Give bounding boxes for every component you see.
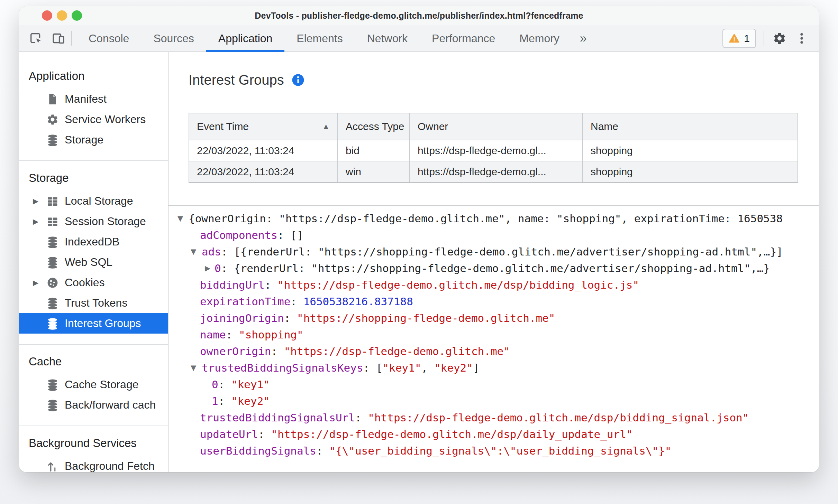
sidebar-item-label: Web SQL	[65, 256, 112, 269]
token-key: joiningOrigin	[200, 312, 284, 324]
sidebar-item-local-storage[interactable]: ▶Local Storage	[19, 191, 168, 211]
token-str: "{\"user_bidding_signals\":\"user_biddin…	[329, 445, 671, 457]
column-header-access-type[interactable]: Access Type	[338, 113, 410, 140]
zoom-button[interactable]	[72, 10, 82, 21]
collapse-triangle-icon[interactable]: ▼	[191, 360, 196, 376]
sidebar-item-label: Back/forward cach	[65, 399, 156, 411]
token-key: updateUrl	[200, 428, 258, 440]
sidebar-item-label: IndexedDB	[65, 235, 119, 248]
tab-elements[interactable]: Elements	[284, 25, 355, 52]
tree-line[interactable]: userBiddingSignals: "{\"user_bidding_sig…	[177, 442, 819, 459]
tree-line-text: updateUrl: "https://dsp-fledge-demo.glit…	[177, 426, 632, 442]
token-plain: : [{renderUrl: "https://shopping-fledge-…	[221, 245, 783, 258]
sidebar-item-storage[interactable]: Storage	[19, 130, 168, 150]
tree-line[interactable]: trustedBiddingSignalsUrl: "https://dsp-f…	[177, 409, 819, 426]
column-header-owner[interactable]: Owner	[410, 113, 583, 140]
database-icon	[46, 378, 59, 391]
expand-arrow-icon[interactable]: ▶	[33, 197, 46, 205]
gear-icon[interactable]	[772, 31, 787, 46]
tree-line-text: trustedBiddingSignalsKeys: ["key1", "key…	[177, 360, 480, 376]
tree-line[interactable]: joiningOrigin: "https://shopping-fledge-…	[177, 310, 819, 326]
token-str: "https://dsp-fledge-demo.glitch.me/dsp/b…	[368, 411, 749, 424]
sidebar-item-manifest[interactable]: Manifest	[19, 89, 168, 109]
tab-memory[interactable]: Memory	[507, 25, 572, 52]
tree-line[interactable]: ▼trustedBiddingSignalsKeys: ["key1", "ke…	[177, 360, 819, 376]
tree-line[interactable]: name: "shopping"	[177, 326, 819, 343]
token-plain: :	[355, 411, 368, 424]
tree-line[interactable]: expirationTime: 1650538216.837188	[177, 293, 819, 310]
token-plain: ]	[473, 362, 480, 374]
traffic-lights	[42, 10, 82, 21]
sidebar-item-interest-groups[interactable]: Interest Groups	[19, 313, 168, 334]
expand-arrow-icon[interactable]: ▶	[33, 217, 46, 226]
column-header-label: Event Time	[197, 121, 249, 132]
token-str: "key1"	[383, 362, 421, 374]
sidebar-item-background-fetch[interactable]: Background Fetch	[19, 456, 168, 472]
database-icon	[46, 399, 59, 411]
toolbar-separator	[764, 31, 764, 46]
kebab-menu-icon[interactable]	[794, 31, 809, 46]
tree-line-text: adComponents: []	[177, 227, 303, 243]
tree-line[interactable]: biddingUrl: "https://dsp-fledge-demo.gli…	[177, 277, 819, 293]
token-key: userBiddingSignals	[200, 445, 316, 457]
token-plain: :	[258, 428, 271, 440]
sidebar-item-service-workers[interactable]: Service Workers	[19, 109, 168, 130]
token-key: ads	[202, 245, 221, 258]
minimize-button[interactable]	[57, 10, 67, 21]
window-title: DevTools - publisher-fledge-demo.glitch.…	[255, 11, 583, 21]
token-str: "key2"	[434, 362, 473, 374]
titlebar[interactable]: DevTools - publisher-fledge-demo.glitch.…	[19, 6, 819, 25]
token-plain: : [	[363, 362, 383, 374]
sidebar-item-cookies[interactable]: ▶Cookies	[19, 272, 168, 293]
device-toolbar-icon[interactable]	[51, 31, 66, 46]
tree-line[interactable]: updateUrl: "https://dsp-fledge-demo.glit…	[177, 426, 819, 442]
column-header-name[interactable]: Name	[583, 113, 798, 140]
database-icon	[46, 133, 59, 146]
tree-line[interactable]: ▶0: {renderUrl: "https://shopping-fledge…	[177, 260, 819, 277]
tree-line[interactable]: 0: "key1"	[177, 376, 819, 393]
devtools-toolbar: ConsoleSourcesApplicationElementsNetwork…	[19, 25, 819, 52]
tree-line-text: expirationTime: 1650538216.837188	[177, 293, 413, 310]
info-icon[interactable]	[292, 74, 304, 86]
expand-arrow-icon[interactable]: ▶	[33, 279, 46, 287]
sidebar-item-session-storage[interactable]: ▶Session Storage	[19, 211, 168, 232]
token-key: expirationTime	[200, 295, 290, 308]
issues-warning-badge[interactable]: 1	[722, 29, 756, 48]
tab-console[interactable]: Console	[76, 25, 141, 52]
tab-application[interactable]: Application	[206, 25, 285, 52]
table-header-row: Event Time▲Access TypeOwnerName	[189, 113, 798, 140]
tab-performance[interactable]: Performance	[420, 25, 507, 52]
sidebar-item-trust-tokens[interactable]: Trust Tokens	[19, 293, 168, 313]
tree-line[interactable]: adComponents: []	[177, 227, 819, 243]
sidebar-section-title: Application	[19, 67, 168, 89]
collapse-triangle-icon[interactable]: ▼	[191, 243, 196, 260]
sidebar-item-back-forward-cach[interactable]: Back/forward cach	[19, 395, 168, 415]
tree-line[interactable]: ▼{ownerOrigin: "https://dsp-fledge-demo.…	[177, 210, 819, 227]
tree-line[interactable]: ▼ads: [{renderUrl: "https://shopping-fle…	[177, 243, 819, 260]
collapse-triangle-icon[interactable]: ▼	[177, 210, 183, 227]
expand-triangle-icon[interactable]: ▶	[205, 260, 210, 277]
tree-line[interactable]: ownerOrigin: "https://dsp-fledge-demo.gl…	[177, 343, 819, 360]
interest-group-details-tree: ▼{ownerOrigin: "https://dsp-fledge-demo.…	[168, 210, 819, 459]
inspect-element-icon[interactable]	[28, 31, 43, 46]
tree-line[interactable]: 1: "key2"	[177, 393, 819, 409]
sidebar-item-label: Local Storage	[65, 195, 133, 207]
token-plain: :	[226, 328, 239, 341]
sidebar-item-label: Manifest	[65, 93, 107, 105]
sidebar-item-label: Trust Tokens	[65, 297, 127, 309]
tab-network[interactable]: Network	[355, 25, 420, 52]
table-row[interactable]: 22/03/2022, 11:03:24winhttps://dsp-fledg…	[189, 161, 798, 182]
token-num: 1650538216.837188	[303, 295, 413, 308]
tab-sources[interactable]: Sources	[141, 25, 206, 52]
column-header-event-time[interactable]: Event Time▲	[189, 113, 338, 140]
token-plain: : []	[277, 229, 303, 241]
token-plain: :	[271, 345, 284, 357]
more-tabs-button[interactable]: »	[572, 25, 595, 52]
sidebar-item-web-sql[interactable]: Web SQL	[19, 252, 168, 272]
sidebar-item-cache-storage[interactable]: Cache Storage	[19, 374, 168, 395]
sidebar-item-indexeddb[interactable]: IndexedDB	[19, 232, 168, 252]
close-button[interactable]	[42, 10, 52, 21]
file-icon	[46, 93, 59, 105]
table-row[interactable]: 22/03/2022, 11:03:24bidhttps://dsp-fledg…	[189, 140, 798, 161]
sidebar-section-storage: Storage▶Local Storage▶Session StorageInd…	[19, 161, 168, 344]
